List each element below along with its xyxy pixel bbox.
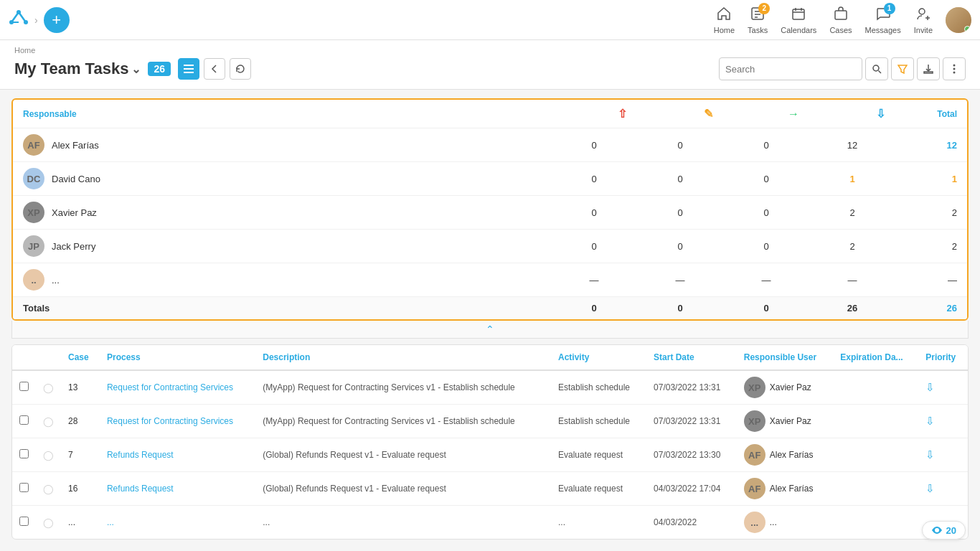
- responsible-avatar: AF: [744, 444, 765, 466]
- add-button[interactable]: +: [44, 7, 70, 33]
- nav-tasks[interactable]: 2 Tasks: [748, 6, 768, 34]
- priority-cell: ⇩: [918, 370, 968, 405]
- download-button[interactable]: [917, 57, 940, 80]
- responsible-cell: DC David Cano: [13, 162, 551, 196]
- row-checkbox-cell[interactable]: [12, 472, 36, 506]
- row-checkbox[interactable]: [19, 415, 29, 425]
- priority-down-icon: ⇩: [925, 448, 935, 461]
- cases-label: Cases: [829, 26, 852, 34]
- total-cell: —: [895, 263, 967, 297]
- logo-icon: [9, 8, 29, 32]
- svg-rect-16: [184, 65, 194, 66]
- row-checkbox[interactable]: [19, 517, 29, 526]
- activity-cell: Establish schedule: [551, 405, 646, 438]
- refresh-button[interactable]: [230, 58, 251, 80]
- process-cell: ...: [100, 506, 255, 540]
- svg-line-20: [879, 71, 882, 74]
- col2-cell: 0: [637, 128, 723, 162]
- back-button[interactable]: [204, 58, 225, 80]
- totals-row: Totals 0 0 0 26 26: [13, 297, 967, 320]
- col-select-header: [12, 345, 36, 370]
- process-cell: Refunds Request: [100, 472, 255, 506]
- expiration-cell: [833, 370, 918, 405]
- nav-messages[interactable]: 1 Messages: [865, 6, 901, 34]
- col-process-header: Process: [100, 345, 255, 370]
- title-row: My Team Tasks ⌄ 26: [14, 57, 966, 80]
- comment-cell: ◯: [36, 438, 61, 472]
- search-button[interactable]: [865, 57, 888, 80]
- summary-row: XP Xavier Paz 0 0 0 2 2: [13, 196, 967, 230]
- detail-row: ◯ 28 Request for Contracting Services (M…: [12, 405, 968, 438]
- collapse-handle[interactable]: ⌃: [11, 321, 969, 339]
- col-start-date-header: Start Date: [646, 345, 737, 370]
- comment-icon: ◯: [43, 517, 54, 528]
- case-cell[interactable]: 7: [61, 438, 100, 472]
- title-dropdown-icon[interactable]: ⌄: [131, 62, 141, 76]
- totals-label: Totals: [13, 297, 551, 320]
- responsible-user-cell: AF Alex Farías: [737, 438, 834, 472]
- detail-row: ◯ ... ... ... ... 04/03/2022 ... ... -: [12, 506, 968, 540]
- responsible-avatar: XP: [744, 410, 765, 432]
- svg-rect-18: [184, 72, 194, 73]
- description-cell: (Global) Refunds Request v1 - Evaluate r…: [255, 472, 551, 506]
- total-cell: 2: [895, 230, 967, 263]
- more-options-button[interactable]: [943, 57, 966, 80]
- responsible-cell: AF Alex Farías: [13, 128, 551, 162]
- row-checkbox[interactable]: [19, 483, 29, 492]
- nav-invite[interactable]: Invite: [914, 6, 933, 34]
- col4-cell: —: [809, 263, 895, 297]
- row-checkbox-cell[interactable]: [12, 405, 36, 438]
- start-date-cell: 07/03/2022 13:30: [646, 438, 737, 472]
- case-cell[interactable]: 13: [61, 370, 100, 405]
- cases-icon: [833, 6, 849, 26]
- row-checkbox-cell[interactable]: [12, 506, 36, 540]
- case-cell[interactable]: 16: [61, 472, 100, 506]
- responsible-user-cell: ... ...: [737, 506, 834, 540]
- responsible-user-cell: XP Xavier Paz: [737, 405, 834, 438]
- row-checkbox[interactable]: [19, 449, 29, 458]
- page-title: My Team Tasks ⌄: [14, 60, 141, 78]
- search-input[interactable]: [719, 57, 862, 80]
- col-low-header: ⇩: [809, 100, 895, 128]
- person-name: David Cano: [52, 174, 100, 184]
- process-cell: Refunds Request: [100, 438, 255, 472]
- home-icon: [716, 6, 732, 26]
- detail-table-container: Case Process Description Activity Start …: [11, 344, 969, 540]
- nav-calendars[interactable]: Calendars: [781, 6, 816, 34]
- case-cell[interactable]: 28: [61, 405, 100, 438]
- nav-cases[interactable]: Cases: [829, 6, 852, 34]
- nav-left-section: › +: [9, 7, 70, 33]
- col-total-header: Total: [895, 100, 967, 128]
- comment-icon: ◯: [43, 382, 54, 393]
- col1-cell: 0: [551, 128, 637, 162]
- col1-cell: 0: [551, 196, 637, 230]
- person-name: Xavier Paz: [52, 207, 97, 218]
- messages-icon: 1: [875, 6, 891, 26]
- row-checkbox[interactable]: [19, 382, 29, 391]
- nav-expand-icon[interactable]: ›: [34, 14, 38, 26]
- total-cell: 1: [895, 162, 967, 196]
- detail-row: ◯ 13 Request for Contracting Services (M…: [12, 370, 968, 405]
- priority-cell: ⇩: [918, 405, 968, 438]
- nav-home[interactable]: Home: [714, 6, 735, 34]
- priority-down-icon: ⇩: [925, 415, 935, 427]
- pencil-icon: ✎: [704, 108, 713, 120]
- user-avatar[interactable]: [946, 7, 971, 33]
- filter-button[interactable]: [891, 57, 914, 80]
- col-priority-header: Priority: [918, 345, 968, 370]
- case-cell[interactable]: ...: [61, 506, 100, 540]
- avatar: XP: [23, 202, 44, 223]
- summary-row: DC David Cano 0 0 0 1 1: [13, 162, 967, 196]
- svg-point-1: [17, 10, 21, 14]
- total-cell: 2: [895, 196, 967, 230]
- row-checkbox-cell[interactable]: [12, 438, 36, 472]
- list-view-button[interactable]: [178, 58, 199, 80]
- row-checkbox-cell[interactable]: [12, 370, 36, 405]
- calendars-label: Calendars: [781, 26, 816, 34]
- expiration-cell: [833, 472, 918, 506]
- tasks-icon: 2: [750, 6, 765, 26]
- comment-icon: ◯: [43, 484, 54, 494]
- expiration-cell: [833, 506, 918, 540]
- comment-cell: ◯: [36, 472, 61, 506]
- col4-cell: 1: [809, 162, 895, 196]
